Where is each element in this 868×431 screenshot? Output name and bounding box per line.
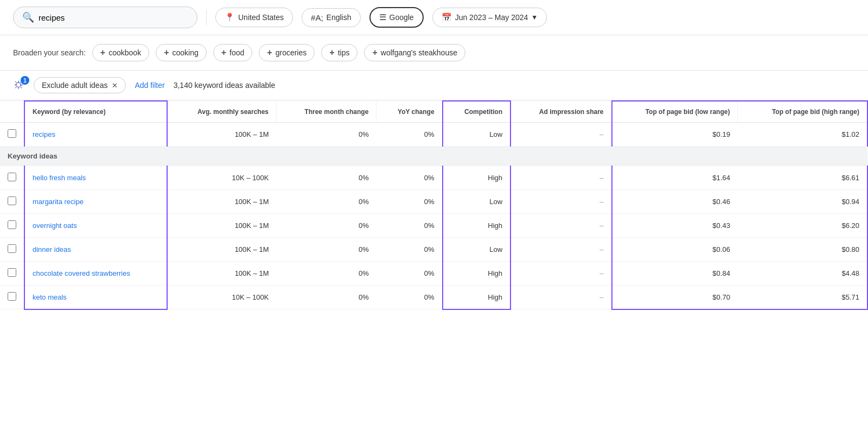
td-yoy-5: 0% bbox=[376, 286, 443, 309]
header-separator bbox=[206, 10, 207, 25]
chip-label-tips: tips bbox=[338, 48, 350, 57]
th-three-month[interactable]: Three month change bbox=[277, 101, 376, 123]
td-keyword-2[interactable]: overnight oats bbox=[24, 214, 167, 238]
search-icon: 🔍 bbox=[22, 11, 34, 23]
table-wrap: Keyword (by relevance) Avg. monthly sear… bbox=[0, 100, 868, 310]
table-row: overnight oats 100K – 1M 0% 0% High – $0… bbox=[0, 214, 867, 238]
keyword-ideas-section-row: Keyword ideas bbox=[0, 147, 867, 166]
exclude-adult-chip[interactable]: Exclude adult ideas ✕ bbox=[34, 77, 126, 93]
table-row: margarita recipe 100K – 1M 0% 0% Low – $… bbox=[0, 190, 867, 214]
td-ad-impression-recipes: – bbox=[510, 123, 612, 147]
td-yoy-4: 0% bbox=[376, 262, 443, 286]
table-row: keto meals 10K – 100K 0% 0% High – $0.70… bbox=[0, 286, 867, 309]
th-keyword[interactable]: Keyword (by relevance) bbox=[24, 101, 167, 123]
td-ad-3: – bbox=[510, 238, 612, 262]
td-checkbox[interactable] bbox=[0, 166, 24, 190]
chip-label-cookbook: cookbook bbox=[108, 48, 141, 57]
th-avg-monthly[interactable]: Avg. monthly searches bbox=[167, 101, 276, 123]
broaden-chip-cooking[interactable]: + cooking bbox=[156, 44, 207, 61]
td-top-bid-high-recipes: $1.02 bbox=[738, 123, 867, 147]
broaden-chip-tips[interactable]: + tips bbox=[321, 44, 358, 61]
language-button[interactable]: #A; English bbox=[302, 8, 360, 27]
language-icon: #A; bbox=[311, 13, 323, 22]
row-checkbox-2[interactable] bbox=[8, 220, 16, 229]
td-avg-1: 100K – 1M bbox=[167, 190, 276, 214]
td-checkbox[interactable] bbox=[0, 190, 24, 214]
td-checkbox[interactable] bbox=[0, 286, 24, 309]
row-checkbox-5[interactable] bbox=[8, 292, 16, 301]
td-checkbox[interactable] bbox=[0, 123, 24, 147]
td-keyword-5[interactable]: keto meals bbox=[24, 286, 167, 309]
th-top-bid-low[interactable]: Top of page bid (low range) bbox=[612, 101, 738, 123]
keyword-count: 3,140 keyword ideas available bbox=[174, 81, 276, 90]
exclude-adult-label: Exclude adult ideas bbox=[42, 81, 107, 90]
td-yoy-2: 0% bbox=[376, 214, 443, 238]
location-icon: 📍 bbox=[225, 12, 235, 22]
location-label: United States bbox=[238, 13, 284, 22]
td-comp-4: High bbox=[443, 262, 510, 286]
close-icon[interactable]: ✕ bbox=[112, 81, 118, 90]
td-ad-2: – bbox=[510, 214, 612, 238]
platform-icon: ☰ bbox=[379, 12, 386, 22]
broaden-section: Broaden your search: + cookbook + cookin… bbox=[0, 35, 868, 71]
td-avg-4: 100K – 1M bbox=[167, 262, 276, 286]
td-3mo-1: 0% bbox=[277, 190, 376, 214]
td-competition-recipes: Low bbox=[443, 123, 510, 147]
add-filter-button[interactable]: Add filter bbox=[135, 81, 164, 90]
chip-label-groceries: groceries bbox=[276, 48, 307, 57]
broaden-chip-wolfgangs[interactable]: + wolfgang's steakhouse bbox=[364, 44, 465, 61]
td-checkbox[interactable] bbox=[0, 238, 24, 262]
broaden-chip-cookbook[interactable]: + cookbook bbox=[92, 44, 149, 61]
td-yoy-1: 0% bbox=[376, 190, 443, 214]
td-yoy-recipes: 0% bbox=[376, 123, 443, 147]
td-bid-low-1: $0.46 bbox=[612, 190, 738, 214]
th-competition[interactable]: Competition bbox=[443, 101, 510, 123]
search-box[interactable]: 🔍 bbox=[13, 7, 197, 28]
td-bid-low-5: $0.70 bbox=[612, 286, 738, 309]
td-avg-monthly-recipes: 100K – 1M bbox=[167, 123, 276, 147]
row-checkbox-0[interactable] bbox=[8, 173, 16, 181]
td-comp-1: Low bbox=[443, 190, 510, 214]
td-bid-high-0: $6.61 bbox=[738, 166, 867, 190]
table-row: hello fresh meals 10K – 100K 0% 0% High … bbox=[0, 166, 867, 190]
td-avg-3: 100K – 1M bbox=[167, 238, 276, 262]
td-bid-low-2: $0.43 bbox=[612, 214, 738, 238]
th-ad-impression[interactable]: Ad impression share bbox=[510, 101, 612, 123]
row-checkbox-recipes[interactable] bbox=[8, 129, 16, 138]
td-keyword-1[interactable]: margarita recipe bbox=[24, 190, 167, 214]
platform-label: Google bbox=[390, 13, 414, 22]
plus-icon: + bbox=[100, 48, 105, 58]
search-input[interactable] bbox=[39, 13, 188, 22]
filter-icon-wrap[interactable]: ⛭ 1 bbox=[13, 78, 25, 92]
broaden-chip-food[interactable]: + food bbox=[213, 44, 253, 61]
td-comp-5: High bbox=[443, 286, 510, 309]
date-range-button[interactable]: 📅 Jun 2023 – May 2024 ▼ bbox=[432, 8, 547, 27]
td-bid-high-5: $5.71 bbox=[738, 286, 867, 309]
row-checkbox-1[interactable] bbox=[8, 197, 16, 205]
row-checkbox-4[interactable] bbox=[8, 268, 16, 277]
table-row: chocolate covered strawberries 100K – 1M… bbox=[0, 262, 867, 286]
td-avg-2: 100K – 1M bbox=[167, 214, 276, 238]
th-top-bid-high[interactable]: Top of page bid (high range) bbox=[738, 101, 867, 123]
td-top-bid-low-recipes: $0.19 bbox=[612, 123, 738, 147]
td-checkbox[interactable] bbox=[0, 262, 24, 286]
td-keyword-3[interactable]: dinner ideas bbox=[24, 238, 167, 262]
platform-button[interactable]: ☰ Google bbox=[369, 7, 424, 28]
td-keyword-4[interactable]: chocolate covered strawberries bbox=[24, 262, 167, 286]
td-avg-0: 10K – 100K bbox=[167, 166, 276, 190]
td-avg-5: 10K – 100K bbox=[167, 286, 276, 309]
td-keyword-0[interactable]: hello fresh meals bbox=[24, 166, 167, 190]
td-bid-high-3: $0.80 bbox=[738, 238, 867, 262]
row-checkbox-3[interactable] bbox=[8, 244, 16, 253]
chip-label-cooking: cooking bbox=[172, 48, 198, 57]
keyword-ideas-section-label: Keyword ideas bbox=[0, 147, 867, 166]
th-yoy[interactable]: YoY change bbox=[376, 101, 443, 123]
td-checkbox[interactable] bbox=[0, 214, 24, 238]
keywords-table: Keyword (by relevance) Avg. monthly sear… bbox=[0, 100, 868, 310]
broaden-chip-groceries[interactable]: + groceries bbox=[259, 44, 315, 61]
pinned-row: recipes 100K – 1M 0% 0% Low – $0.19 $1.0… bbox=[0, 123, 867, 147]
location-button[interactable]: 📍 United States bbox=[215, 8, 293, 27]
td-3mo-0: 0% bbox=[277, 166, 376, 190]
td-yoy-0: 0% bbox=[376, 166, 443, 190]
td-keyword-recipes[interactable]: recipes bbox=[24, 123, 167, 147]
